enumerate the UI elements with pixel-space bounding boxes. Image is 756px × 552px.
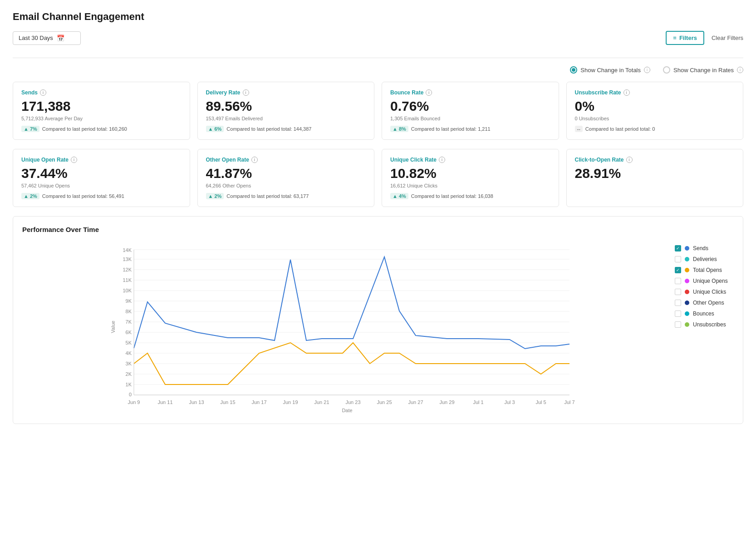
- metric-comparison-unsubscribe_rate: Compared to last period total: 0: [585, 126, 655, 132]
- page-title: Email Channel Engagement: [13, 11, 743, 23]
- svg-text:Value: Value: [110, 320, 116, 333]
- info-icon-sends[interactable]: i: [40, 89, 46, 96]
- legend-dot-unsubscribes: [685, 322, 689, 327]
- metric-sub-unsubscribe_rate: 0 Unsubscribes: [575, 116, 735, 121]
- legend-checkbox-unsubscribes[interactable]: [675, 321, 681, 328]
- metric-badge-bounce_rate: ▲ 8%: [390, 126, 408, 132]
- date-range-selector[interactable]: Last 30 Days 📅: [13, 31, 81, 45]
- metric-value-unsubscribe_rate: 0%: [575, 99, 735, 114]
- totals-radio[interactable]: [570, 66, 577, 74]
- legend-dot-deliveries: [685, 257, 689, 261]
- show-rates-toggle[interactable]: Show Change in Rates i: [663, 66, 743, 74]
- metric-comparison-delivery_rate: Compared to last period total: 144,387: [226, 126, 311, 132]
- rates-radio[interactable]: [663, 66, 670, 74]
- legend-item-unique_clicks[interactable]: Unique Clicks: [675, 289, 734, 295]
- svg-text:Jun 21: Jun 21: [314, 399, 329, 405]
- metric-value-sends: 171,388: [21, 99, 182, 114]
- legend-dot-sends: [685, 246, 689, 251]
- filter-icon: ≡: [673, 34, 677, 41]
- legend-item-sends[interactable]: Sends: [675, 245, 734, 251]
- legend-label-sends: Sends: [693, 245, 708, 251]
- legend-dot-other_opens: [685, 301, 689, 305]
- metric-sub-unique_click_rate: 16,612 Unique Clicks: [390, 183, 550, 188]
- metric-badge-unique_open_rate: ▲ 2%: [21, 193, 39, 199]
- metric-comparison-unique_open_rate: Compared to last period total: 56,491: [42, 193, 124, 199]
- legend-checkbox-other_opens[interactable]: [675, 300, 681, 306]
- metric-label-delivery_rate: Delivery Rate i: [206, 89, 366, 96]
- metric-value-unique_click_rate: 10.82%: [390, 166, 550, 181]
- svg-text:Jun 9: Jun 9: [128, 399, 140, 405]
- metric-comparison-other_open_rate: Compared to last period total: 63,177: [226, 193, 309, 199]
- info-icon-delivery_rate[interactable]: i: [243, 89, 249, 96]
- show-totals-label: Show Change in Totals: [580, 67, 641, 74]
- svg-text:10K: 10K: [123, 288, 132, 293]
- metric-value-bounce_rate: 0.76%: [390, 99, 550, 114]
- info-icon-other_open_rate[interactable]: i: [251, 157, 258, 163]
- info-icon-unique_click_rate[interactable]: i: [439, 157, 445, 163]
- show-totals-toggle[interactable]: Show Change in Totals i: [570, 66, 650, 74]
- legend-checkbox-unique_opens[interactable]: [675, 278, 681, 284]
- svg-text:3K: 3K: [126, 361, 132, 366]
- legend-label-unsubscribes: Unsubscribes: [693, 321, 726, 328]
- svg-text:12K: 12K: [123, 267, 132, 272]
- svg-text:0: 0: [129, 392, 132, 397]
- svg-text:4K: 4K: [126, 350, 132, 356]
- svg-text:Jul 3: Jul 3: [504, 399, 515, 405]
- svg-text:Jun 13: Jun 13: [189, 399, 204, 405]
- info-icon-bounce_rate[interactable]: i: [426, 89, 432, 96]
- legend-checkbox-deliveries[interactable]: [675, 256, 681, 262]
- metric-card-bounce_rate: Bounce Rate i0.76%1,305 Emails Bounced▲ …: [382, 82, 559, 140]
- metric-comparison-unique_click_rate: Compared to last period total: 16,038: [411, 193, 493, 199]
- clear-filters-button[interactable]: Clear Filters: [712, 34, 743, 41]
- legend-checkbox-sends[interactable]: [675, 245, 681, 251]
- legend-label-deliveries: Deliveries: [693, 256, 717, 262]
- filters-label: Filters: [679, 34, 697, 41]
- legend-checkbox-total_opens[interactable]: [675, 267, 681, 273]
- metric-label-click_to_open_rate: Click-to-Open Rate i: [575, 157, 735, 163]
- legend-checkbox-bounces[interactable]: [675, 310, 681, 317]
- metric-label-unique_click_rate: Unique Click Rate i: [390, 157, 550, 163]
- info-icon-unsubscribe_rate[interactable]: i: [623, 89, 630, 96]
- svg-text:Jun 11: Jun 11: [157, 399, 172, 405]
- metric-value-other_open_rate: 41.87%: [206, 166, 366, 181]
- svg-text:Jun 29: Jun 29: [439, 399, 454, 405]
- rates-info-icon[interactable]: i: [737, 67, 743, 73]
- metric-card-other_open_rate: Other Open Rate i41.87%64,266 Other Open…: [197, 149, 375, 207]
- metric-badge-other_open_rate: ▲ 2%: [206, 193, 224, 199]
- info-icon-click_to_open_rate[interactable]: i: [626, 157, 633, 163]
- totals-info-icon[interactable]: i: [644, 67, 650, 73]
- legend-item-total_opens[interactable]: Total Opens: [675, 267, 734, 273]
- metric-value-unique_open_rate: 37.44%: [21, 166, 182, 181]
- legend-label-total_opens: Total Opens: [693, 267, 722, 273]
- svg-text:Jun 27: Jun 27: [408, 399, 423, 405]
- legend-item-unique_opens[interactable]: Unique Opens: [675, 278, 734, 284]
- legend-item-deliveries[interactable]: Deliveries: [675, 256, 734, 262]
- filters-button[interactable]: ≡ Filters: [666, 31, 704, 45]
- metric-change-delivery_rate: ▲ 6%Compared to last period total: 144,3…: [206, 126, 366, 132]
- metric-change-bounce_rate: ▲ 8%Compared to last period total: 1,211: [390, 126, 550, 132]
- metric-comparison-bounce_rate: Compared to last period total: 1,211: [411, 126, 491, 132]
- metric-badge-sends: ▲ 7%: [21, 126, 39, 132]
- calendar-icon: 📅: [57, 34, 64, 42]
- svg-text:11K: 11K: [123, 277, 132, 283]
- metric-change-other_open_rate: ▲ 2%Compared to last period total: 63,17…: [206, 193, 366, 199]
- metric-card-unsubscribe_rate: Unsubscribe Rate i0%0 Unsubscribes--Comp…: [566, 82, 744, 140]
- metric-sub-unique_open_rate: 57,462 Unique Opens: [21, 183, 182, 188]
- svg-text:13K: 13K: [123, 256, 132, 262]
- legend-item-unsubscribes[interactable]: Unsubscribes: [675, 321, 734, 328]
- metric-card-unique_click_rate: Unique Click Rate i10.82%16,612 Unique C…: [382, 149, 559, 207]
- svg-text:Jun 17: Jun 17: [251, 399, 266, 405]
- metric-card-sends: Sends i171,3885,712,933 Average Per Day▲…: [13, 82, 190, 140]
- legend-label-unique_opens: Unique Opens: [693, 278, 728, 284]
- legend-item-other_opens[interactable]: Other Opens: [675, 300, 734, 306]
- metric-card-unique_open_rate: Unique Open Rate i37.44%57,462 Unique Op…: [13, 149, 190, 207]
- svg-text:6K: 6K: [126, 330, 132, 335]
- legend-checkbox-unique_clicks[interactable]: [675, 289, 681, 295]
- legend-dot-total_opens: [685, 268, 689, 272]
- info-icon-unique_open_rate[interactable]: i: [71, 157, 77, 163]
- legend-item-bounces[interactable]: Bounces: [675, 310, 734, 317]
- svg-text:Jun 23: Jun 23: [345, 399, 360, 405]
- svg-text:Jun 15: Jun 15: [220, 399, 235, 405]
- metric-comparison-sends: Compared to last period total: 160,260: [42, 126, 127, 132]
- metric-value-click_to_open_rate: 28.91%: [575, 166, 735, 181]
